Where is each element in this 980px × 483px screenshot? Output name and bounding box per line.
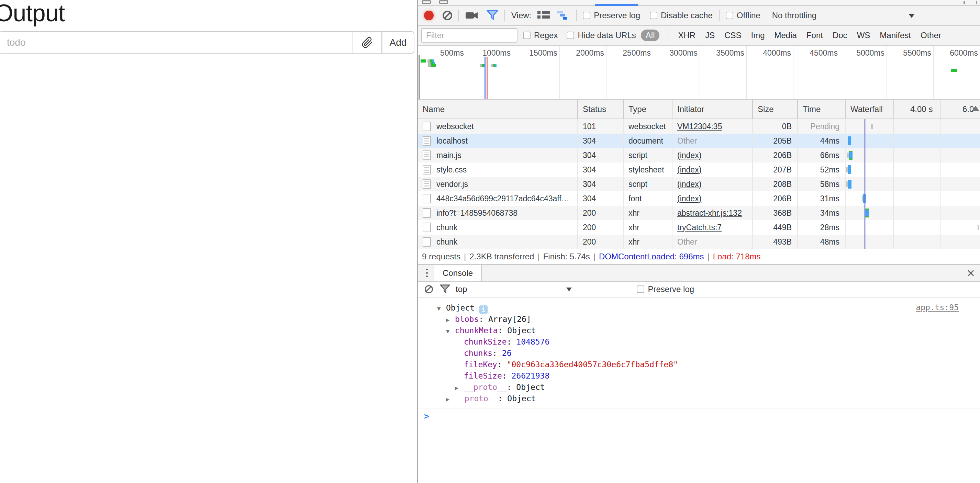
overview-tick-label: 2500ms — [609, 48, 651, 58]
filter-type-doc[interactable]: Doc — [833, 30, 847, 40]
request-initiator[interactable]: (index) — [677, 194, 701, 203]
clear-console-icon[interactable] — [425, 285, 433, 293]
network-overview-timeline[interactable]: 500ms1000ms1500ms2000ms2500ms3000ms3500m… — [418, 46, 980, 100]
todo-input[interactable] — [0, 31, 353, 54]
collapse-icon[interactable]: ▼ — [437, 303, 446, 314]
request-initiator[interactable]: tryCatch.ts:7 — [677, 223, 722, 232]
network-request-row[interactable]: main.js304script(index)206B66ms — [418, 148, 980, 162]
expand-icon[interactable]: ▶ — [446, 314, 455, 326]
expand-icon[interactable]: ▶ — [446, 394, 455, 405]
network-request-row[interactable]: vendor.js304script(index)208B58ms — [418, 177, 980, 191]
disable-cache-checkbox[interactable] — [650, 12, 657, 19]
filter-type-img[interactable]: Img — [751, 30, 765, 40]
info-icon[interactable]: i — [479, 305, 488, 314]
filter-type-xhr[interactable]: XHR — [678, 30, 695, 40]
execution-context-select[interactable]: top — [456, 284, 467, 294]
console-tree-line[interactable]: ▶__proto__: Object — [418, 393, 980, 404]
console-tree-line: chunkSize: 1048576 — [418, 336, 980, 348]
drawer-menu-icon[interactable] — [420, 269, 434, 277]
filter-type-css[interactable]: CSS — [724, 30, 741, 40]
request-status: 304 — [583, 137, 596, 146]
filter-type-other[interactable]: Other — [921, 30, 941, 40]
request-initiator[interactable]: abstract-xhr.js:132 — [677, 208, 742, 218]
request-name: vendor.js — [436, 180, 468, 189]
request-initiator[interactable]: VM12304:35 — [677, 122, 722, 131]
request-status: 200 — [583, 223, 596, 232]
column-header-name[interactable]: Name — [418, 100, 578, 119]
filter-type-media[interactable]: Media — [775, 30, 797, 40]
filter-type-all[interactable]: All — [641, 30, 660, 41]
attach-button[interactable] — [353, 31, 382, 54]
network-request-row[interactable]: info?t=1485954068738200xhrabstract-xhr.j… — [418, 206, 980, 220]
close-icon[interactable]: ✕ — [967, 267, 975, 279]
clear-icon[interactable] — [442, 11, 452, 20]
filter-funnel-icon[interactable] — [487, 10, 498, 21]
request-initiator: Other — [677, 137, 697, 146]
prompt-chevron-icon: > — [424, 411, 429, 421]
throttling-dropdown-arrow-icon[interactable] — [908, 14, 915, 18]
overview-request-bar — [428, 64, 436, 67]
tab-console[interactable]: Console — [434, 265, 482, 281]
console-tree-line[interactable]: ▶__proto__: Object — [418, 382, 980, 393]
network-filter-input[interactable] — [421, 28, 517, 43]
console-preserve-log-checkbox[interactable] — [637, 286, 644, 293]
network-request-row[interactable]: websocket101websocketVM12304:350BPending — [418, 119, 980, 133]
add-button[interactable]: Add — [382, 31, 414, 54]
request-status: 200 — [583, 237, 596, 247]
file-icon — [423, 222, 431, 232]
console-tree-line[interactable]: ▶blobs: Array[26] — [418, 314, 980, 325]
column-header-size[interactable]: Size — [753, 100, 798, 119]
context-dropdown-arrow-icon[interactable] — [566, 288, 572, 291]
console-filter-funnel-icon[interactable] — [440, 284, 450, 294]
request-initiator[interactable]: (index) — [677, 180, 701, 189]
collapse-icon[interactable]: ▼ — [446, 326, 455, 337]
request-name: chunk — [436, 237, 457, 247]
expander-spacer — [455, 360, 464, 371]
network-request-row[interactable]: chunk200xhrOther493B48ms — [418, 235, 980, 249]
toolbar-separator — [576, 10, 577, 21]
throttling-select[interactable]: No throttling — [772, 11, 816, 20]
network-request-row[interactable]: chunk200xhrtryCatch.ts:7449B28ms — [418, 220, 980, 235]
column-header-time[interactable]: Time — [798, 100, 846, 119]
preserve-log-checkbox[interactable] — [583, 12, 590, 19]
source-link[interactable]: app.ts:95 — [916, 303, 959, 312]
filmstrip-camera-icon[interactable] — [465, 11, 478, 20]
network-request-row[interactable]: localhost304documentOther205B44ms — [418, 133, 980, 148]
overview-request-bar — [421, 59, 426, 62]
request-initiator[interactable]: (index) — [677, 165, 701, 175]
filter-type-manifest[interactable]: Manifest — [880, 30, 911, 40]
network-request-row[interactable]: style.css304stylesheet(index)207B52ms — [418, 162, 980, 177]
inspect-element-icon[interactable] — [422, 0, 431, 4]
waterfall-view-icon[interactable] — [557, 11, 570, 20]
file-icon — [423, 165, 431, 175]
column-header-initiator[interactable]: Initiator — [673, 100, 753, 119]
filter-type-js[interactable]: JS — [705, 30, 715, 40]
offline-checkbox[interactable] — [726, 12, 733, 19]
request-time: Pending — [811, 122, 840, 131]
list-view-icon[interactable] — [538, 11, 550, 20]
record-icon[interactable] — [424, 11, 434, 20]
regex-checkbox[interactable] — [523, 32, 531, 39]
filter-type-ws[interactable]: WS — [857, 30, 870, 40]
column-header-type[interactable]: Type — [624, 100, 673, 119]
expand-icon[interactable]: ▶ — [455, 382, 464, 394]
console-prompt[interactable]: > — [418, 408, 980, 424]
settings-icon[interactable] — [964, 1, 965, 4]
request-initiator[interactable]: (index) — [677, 151, 701, 160]
column-header-waterfall[interactable]: Waterfall 4.00 s 6.0 — [846, 100, 980, 119]
request-name: main.js — [436, 151, 461, 160]
waterfall-gridline — [893, 100, 894, 119]
hide-data-urls-checkbox[interactable] — [566, 32, 574, 39]
column-header-status[interactable]: Status — [578, 100, 624, 119]
screenshot-root: Output Add — [0, 0, 980, 483]
network-request-row[interactable]: 448c34a56d699c29117adc64c43aff…304font(i… — [418, 191, 980, 206]
dock-menu-icon[interactable] — [976, 1, 977, 4]
console-tree-line[interactable]: ▼Objecti — [418, 302, 980, 314]
device-toolbar-icon[interactable] — [439, 0, 448, 4]
console-tree-line[interactable]: ▼chunkMeta: Object — [418, 325, 980, 336]
devtools-panel: View: Preserve log Disable cache Offline… — [418, 0, 980, 483]
property-value: Array[26] — [488, 315, 531, 324]
filter-type-font[interactable]: Font — [807, 30, 823, 40]
property-value: 26621938 — [511, 371, 549, 380]
sort-ascending-icon[interactable] — [972, 106, 979, 111]
